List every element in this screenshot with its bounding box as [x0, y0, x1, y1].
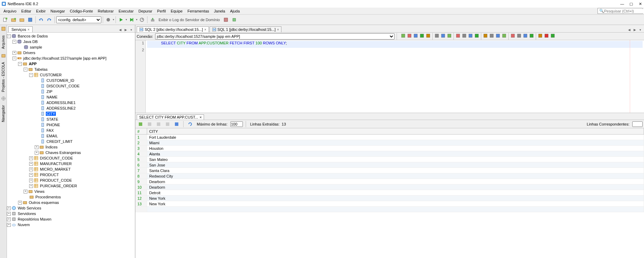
editor-tabs-left[interactable]: ◀	[627, 27, 632, 32]
menu-exibir[interactable]: Exibir	[34, 8, 48, 14]
sql-tool-0[interactable]	[400, 33, 406, 38]
config-select[interactable]: <config. default>	[56, 16, 101, 23]
col-header-num[interactable]: #	[135, 128, 147, 134]
result-tab[interactable]: SELECT CITY FROM APP.CUST... ×	[137, 114, 204, 120]
files-dock-icon[interactable]	[1, 26, 6, 31]
editor-tabs-menu[interactable]: ▾	[638, 27, 643, 32]
server-icon-2[interactable]	[230, 16, 238, 24]
sql-tool-21[interactable]	[544, 33, 549, 38]
menu-ferramentas[interactable]: Ferramentas	[185, 8, 211, 14]
undo-button[interactable]	[37, 16, 45, 24]
search-input[interactable]	[604, 9, 644, 13]
new-file-button[interactable]	[1, 16, 9, 24]
sql-editor[interactable]: 1 2 SELECT CITY FROM APP.CUSTOMER FETCH …	[135, 40, 644, 113]
sql-tool-16[interactable]	[510, 33, 516, 38]
table-row[interactable]: 8Redwood City	[135, 173, 644, 179]
sql-tool-17[interactable]	[516, 33, 522, 38]
editor-tab-sql2[interactable]: sql SQL 2 [jdbc:derby://localhost:15...]…	[137, 26, 209, 32]
tree-twister[interactable]: +	[29, 179, 33, 182]
minimize-button[interactable]: —	[620, 1, 625, 6]
tree-twister[interactable]: +	[7, 212, 11, 216]
result-cancel-button[interactable]	[173, 120, 180, 128]
navigator-dock-icon[interactable]	[1, 96, 6, 101]
files-dock-tab[interactable]: Arquivos	[1, 34, 6, 50]
services-tree[interactable]: −Bancos de Dados−Java DBsample+Drivers−j…	[7, 33, 135, 258]
result-grid[interactable]: # CITY 1Fort Lauderdale2Miami3Houston4Al…	[135, 128, 644, 258]
save-all-button[interactable]	[26, 16, 34, 24]
tree-twister[interactable]: +	[24, 190, 27, 194]
maximize-button[interactable]: ▢	[629, 1, 634, 6]
run-button[interactable]	[117, 16, 125, 24]
sql-tool-9[interactable]	[461, 33, 467, 38]
menu-executar[interactable]: Executar	[117, 8, 136, 14]
tree-twister[interactable]: +	[18, 201, 22, 205]
result-tab-close[interactable]: ×	[200, 115, 202, 119]
code-content[interactable]: SELECT CITY FROM APP.CUSTOMER FETCH FIRS…	[146, 40, 644, 113]
tree-twister[interactable]: −	[12, 40, 16, 44]
tree-twister[interactable]: +	[7, 217, 11, 221]
tree-twister[interactable]: −	[7, 34, 11, 38]
max-rows-input[interactable]	[230, 121, 243, 127]
result-insert-button[interactable]	[137, 120, 144, 128]
sql-tool-5[interactable]	[434, 33, 440, 38]
tree-twister[interactable]: +	[12, 51, 16, 55]
col-header-city[interactable]: CITY	[147, 128, 644, 134]
menu-equipe[interactable]: Equipe	[169, 8, 185, 14]
sql-tool-15[interactable]	[501, 33, 507, 38]
menu-código-fonte[interactable]: Código-Fonte	[68, 8, 95, 14]
sql-tool-6[interactable]	[440, 33, 446, 38]
tree-twister[interactable]: −	[12, 57, 16, 60]
matching-rows-input[interactable]	[632, 121, 643, 127]
services-tab[interactable]: Serviços ×	[8, 26, 33, 32]
build-button[interactable]	[104, 16, 112, 24]
debug-button[interactable]	[128, 16, 135, 24]
table-row[interactable]: 10Dearborn	[135, 184, 644, 190]
table-row[interactable]: 11Detroit	[135, 190, 644, 196]
editor-tab-close[interactable]: ×	[277, 28, 279, 32]
sql-tool-14[interactable]	[495, 33, 501, 38]
table-row[interactable]: 2Miami	[135, 140, 644, 146]
tree-twister[interactable]: +	[35, 151, 39, 155]
sql-tool-10[interactable]	[468, 33, 473, 38]
editor-tab-sql1[interactable]: sql SQL 1 [jdbc:derby://localhost:15...]…	[210, 26, 282, 32]
sql-tool-1[interactable]	[407, 33, 412, 38]
sql-tool-22[interactable]	[550, 33, 556, 38]
projects-dock-tab[interactable]: Projetos - ESCOLA	[1, 61, 6, 93]
server-icon-1[interactable]	[222, 16, 230, 24]
sql-tool-7[interactable]	[447, 33, 452, 38]
table-row[interactable]: 13New York	[135, 201, 644, 207]
navigator-dock-tab[interactable]: Navegador	[1, 104, 6, 123]
sql-tool-13[interactable]	[489, 33, 494, 38]
projects-dock-icon[interactable]	[1, 53, 6, 58]
menu-editar[interactable]: Editar	[19, 8, 33, 14]
result-commit-button[interactable]	[155, 120, 162, 128]
panel-menu-button[interactable]: ▾	[129, 27, 134, 32]
table-row[interactable]: 12New York	[135, 196, 644, 201]
menu-arquivo[interactable]: Arquivo	[1, 8, 18, 14]
global-search[interactable]: 🔍	[598, 8, 643, 14]
tree-twister[interactable]: +	[29, 173, 33, 177]
table-row[interactable]: 9Dearborn	[135, 179, 644, 184]
sql-tool-8[interactable]	[455, 33, 461, 38]
table-row[interactable]: 1Fort Lauderdale	[135, 135, 644, 140]
menu-refatorar[interactable]: Refatorar	[96, 8, 116, 14]
sql-tool-20[interactable]	[537, 33, 543, 38]
panel-right-button[interactable]: ▶	[123, 27, 128, 32]
close-button[interactable]: ✕	[638, 1, 643, 6]
new-project-button[interactable]	[10, 16, 17, 24]
table-row[interactable]: 3Houston	[135, 146, 644, 151]
panel-left-button[interactable]: ◀	[118, 27, 122, 32]
result-truncate-button[interactable]	[164, 120, 171, 128]
table-row[interactable]: 6San Jose	[135, 162, 644, 168]
menu-janela[interactable]: Janela	[212, 8, 227, 14]
result-refresh-button[interactable]	[186, 120, 194, 128]
menu-ajuda[interactable]: Ajuda	[228, 8, 242, 14]
deploy-button[interactable]	[149, 16, 156, 24]
tree-twister[interactable]: −	[18, 62, 22, 66]
menu-depurar[interactable]: Depurar	[136, 8, 154, 14]
sql-tool-2[interactable]	[413, 33, 418, 38]
sql-tool-19[interactable]	[529, 33, 534, 38]
tree-twister[interactable]: +	[35, 145, 39, 149]
open-button[interactable]	[18, 16, 26, 24]
tree-twister[interactable]: +	[7, 206, 11, 210]
